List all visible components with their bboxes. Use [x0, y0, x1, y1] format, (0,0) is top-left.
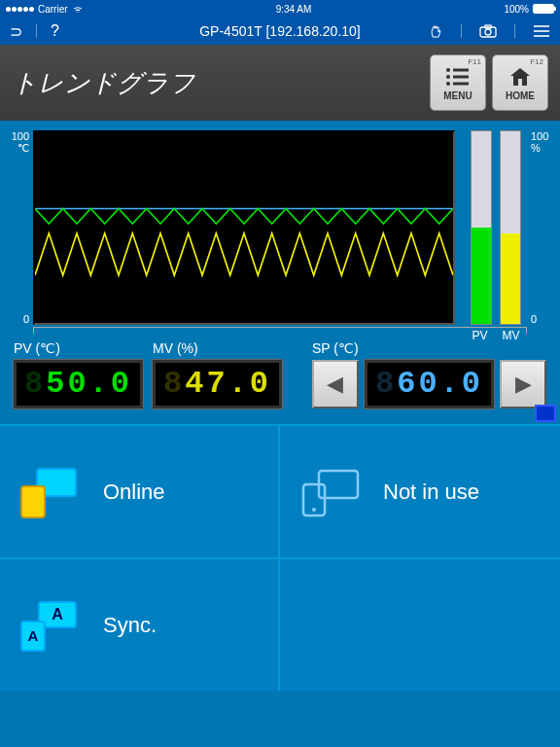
battery-icon [533, 4, 554, 14]
page-title: トレンドグラフ [12, 66, 424, 100]
axis-left-min: 0 [23, 313, 29, 325]
svg-point-10 [446, 82, 450, 86]
menu-icon[interactable] [533, 24, 550, 38]
notinuse-icon [294, 463, 366, 521]
clock: 9:34 AM [276, 4, 312, 15]
page-header: トレンドグラフ F11 MENU F12 HOME [0, 45, 560, 121]
sp-label: SP (℃) [312, 340, 546, 356]
pv-label: PV (℃) [14, 340, 143, 356]
sync-tile[interactable]: AA Sync. [0, 557, 280, 691]
carrier-label: Carrier [38, 4, 68, 15]
axis-left-unit: ℃ [18, 142, 29, 154]
empty-tile [280, 557, 560, 691]
svg-rect-13 [21, 486, 45, 517]
sync-icon: AA [14, 596, 86, 655]
f12-label: F12 [530, 57, 543, 66]
cast-icon[interactable] [535, 405, 556, 422]
axis-right-min: 0 [531, 313, 537, 325]
x-axis-ticks [33, 327, 527, 337]
hand-icon[interactable] [428, 23, 443, 39]
signal-icon [6, 7, 34, 12]
nav-bar: ⊃ ? GP-4501T [192.168.20.10] [0, 18, 560, 45]
mv-series [35, 233, 453, 275]
notinuse-tile[interactable]: Not in use [280, 424, 560, 557]
back-icon[interactable]: ⊃ [10, 22, 22, 41]
sp-increment-button[interactable]: ▶ [500, 360, 546, 409]
online-tile[interactable]: Online [0, 424, 280, 557]
pv-series [35, 208, 453, 224]
sp-readout: SP (℃) ◀ 860.0 ▶ [312, 340, 546, 409]
axis-right-unit: % [531, 142, 541, 154]
wifi-icon [72, 5, 84, 14]
battery-pct: 100% [504, 4, 529, 15]
trend-panel: 100℃ 0 PV MV 100% 0 PV (℃) 850.0 [0, 121, 560, 424]
ios-status-bar: Carrier 9:34 AM 100% [0, 0, 560, 18]
pv-bar [471, 130, 492, 325]
home-caption: HOME [506, 90, 535, 101]
sp-value: 860.0 [365, 360, 494, 409]
list-icon [445, 65, 471, 89]
svg-point-6 [446, 68, 450, 72]
f11-label: F11 [468, 57, 481, 66]
help-icon[interactable]: ? [51, 22, 59, 40]
menu-button[interactable]: F11 MENU [430, 54, 486, 111]
nav-title: GP-4501T [192.168.20.10] [199, 23, 361, 39]
mv-label: MV (%) [153, 340, 282, 356]
home-button[interactable]: F12 HOME [492, 54, 548, 111]
axis-left-max: 100 [12, 130, 29, 142]
notinuse-label: Not in use [383, 480, 479, 505]
divider [461, 24, 462, 38]
home-icon [508, 65, 533, 89]
svg-point-16 [312, 508, 316, 512]
mode-tiles: Online Not in use AA Sync. [0, 424, 560, 691]
svg-point-8 [446, 75, 450, 79]
svg-text:A: A [52, 606, 63, 622]
mv-readout: MV (%) 847.0 [153, 340, 282, 409]
svg-text:A: A [28, 627, 39, 644]
mv-value: 847.0 [153, 360, 282, 409]
menu-caption: MENU [443, 90, 472, 101]
pv-readout: PV (℃) 850.0 [14, 340, 143, 409]
divider [36, 24, 37, 38]
mv-bar [500, 130, 521, 325]
axis-right-max: 100 [531, 130, 548, 142]
y-axis-right: 100% 0 [527, 130, 556, 325]
y-axis-left: 100℃ 0 [4, 130, 33, 325]
trend-plot [33, 130, 455, 325]
svg-point-1 [485, 29, 491, 35]
divider [514, 24, 515, 38]
sync-label: Sync. [103, 613, 157, 638]
camera-icon[interactable] [479, 24, 497, 38]
online-icon [14, 463, 86, 521]
bar-gauges: PV MV [465, 130, 527, 325]
sp-decrement-button[interactable]: ◀ [312, 360, 359, 409]
pv-value: 850.0 [14, 360, 143, 409]
online-label: Online [103, 480, 165, 505]
